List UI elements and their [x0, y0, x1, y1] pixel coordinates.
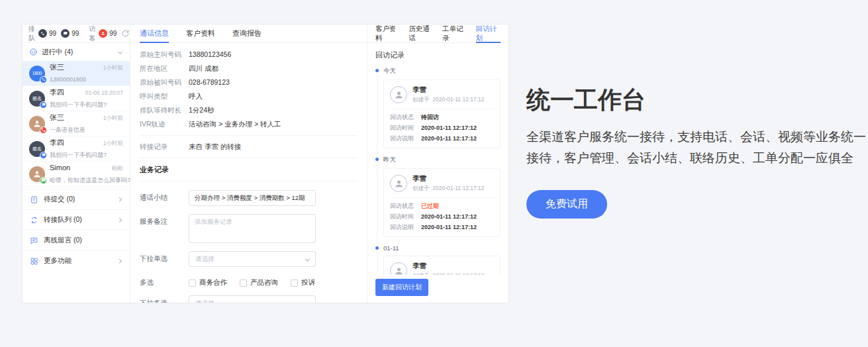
- phone-queue-icon: [38, 29, 47, 38]
- info-value: 1分24秒: [189, 106, 215, 115]
- tab-customer-profile[interactable]: 客户资料: [186, 25, 215, 42]
- timeline-group: 01-11 李雷 创建于 2020-01-11 12:17:12 回访状态已回访…: [383, 244, 501, 275]
- avatar: [29, 166, 45, 182]
- created-label: 创建于: [412, 96, 430, 103]
- tab-ticket-record[interactable]: 工单记录: [442, 25, 467, 42]
- person-avatar-icon: [390, 175, 407, 192]
- chat-list: 1800 张三1小时前 13800001800 匿名 李四01-06 15:20…: [23, 61, 130, 187]
- chat-name: Simon: [50, 164, 70, 172]
- wechat-channel-badge-icon: [40, 177, 47, 184]
- visit-card[interactable]: 李雷 创建于 2020-01-11 12:17:12 回访状态待回访 回访时间2…: [383, 79, 501, 148]
- visit-card-head: 李雷 创建于 2020-01-11 12:17:12: [390, 174, 494, 198]
- chat-item[interactable]: Simon刚刚 哈喽，你知道这是怎么回事吗?: [23, 162, 130, 187]
- chat-item[interactable]: 匿名 李四1小时前 我想问一下手机问题?: [23, 136, 130, 162]
- visitor-count: 99: [109, 30, 117, 37]
- status-value: 待回访: [421, 114, 439, 121]
- note-value: 2020-01-11 12:17:12: [421, 224, 477, 231]
- info-value: 四川 成都: [189, 64, 218, 73]
- sidebar-item-offline-message[interactable]: 离线留言 (0): [23, 230, 130, 250]
- smiley-session-icon: [29, 48, 38, 56]
- person-avatar-icon: [390, 262, 407, 275]
- timeline-dot: [375, 69, 379, 72]
- time-value: 2020-01-11 12:17:12: [421, 124, 477, 132]
- info-row: 原始主叫号码13880123456: [140, 50, 358, 59]
- form-label: 下拉多选: [140, 295, 189, 303]
- sidebar-item-transfer-queue[interactable]: 转接队列 (0): [23, 209, 130, 230]
- visit-record-title: 回访记录: [375, 50, 501, 60]
- tab-call-history[interactable]: 历史通话: [409, 25, 434, 42]
- chat-time: 1小时前: [103, 115, 123, 123]
- info-label: IVR轨迹: [140, 120, 189, 128]
- chat-item[interactable]: 匿名 李四01-06 15:20:07 我想问一下手机问题?: [23, 86, 130, 111]
- visit-created: 创建于 2020-01-11 12:17:12: [412, 96, 485, 104]
- chat-item[interactable]: 1800 张三1小时前 13800001800: [23, 61, 130, 86]
- clipboard-icon: [30, 195, 38, 204]
- chat-item[interactable]: 张三1小时前 一条语音信息: [23, 111, 130, 136]
- info-value: 呼入: [189, 92, 203, 101]
- visit-card-head: 李雷 创建于 2020-01-11 12:17:12: [390, 85, 494, 109]
- tab-customer-profile[interactable]: 客户资料: [375, 25, 401, 42]
- multi-select-dropdown[interactable]: 请选择: [189, 295, 316, 303]
- call-summary-input[interactable]: [189, 190, 316, 206]
- single-select-dropdown[interactable]: 请选择: [189, 251, 316, 267]
- avatar: 匿名: [29, 141, 45, 157]
- info-label: 呼叫类型: [140, 92, 189, 101]
- chat-preview: 我想问一下手机问题?: [50, 101, 107, 108]
- person-avatar-icon: [390, 86, 407, 103]
- chat-summary: 张三1小时前 一条语音信息: [50, 113, 123, 134]
- service-note-textarea[interactable]: [189, 214, 316, 243]
- visit-timeline: 今天 李雷 创建于 2020-01-11 12:17:12 回访状态待回访 回访…: [375, 67, 501, 275]
- checkbox-business-cooperation[interactable]: 商务合作: [189, 278, 227, 287]
- form-row-single-select: 下拉单选 请选择: [140, 251, 358, 267]
- checkbox-label: 商务合作: [199, 278, 227, 287]
- visit-card-head: 李雷 创建于 2020-01-11 12:17:12: [390, 262, 494, 275]
- chat-preview: 哈喽，你知道这是怎么回事吗?: [50, 177, 130, 183]
- new-visit-plan-button[interactable]: 新建回访计划: [375, 279, 428, 296]
- refresh-icon[interactable]: [121, 29, 130, 38]
- form-row-call-summary: 通话小结: [140, 190, 358, 206]
- checkbox-complaint[interactable]: 投诉: [291, 278, 315, 287]
- avatar: 匿名: [29, 91, 45, 107]
- visit-created: 创建于 2020-01-11 12:17:12: [412, 272, 485, 275]
- checkbox-product-inquiry[interactable]: 产品咨询: [240, 278, 278, 287]
- sidebar-item-label: 离线留言 (0): [44, 236, 82, 245]
- checkbox-label: 产品咨询: [250, 278, 278, 287]
- visit-card[interactable]: 李雷 创建于 2020-01-11 12:17:12 回访状态已回访 回访时间2…: [383, 256, 501, 275]
- visit-card-meta: 李雷 创建于 2020-01-11 12:17:12: [412, 262, 485, 275]
- info-label: 原始被叫号码: [140, 78, 189, 87]
- visit-note-line: 回访说明2020-01-11 12:17:12: [390, 135, 494, 142]
- tab-visit-plan[interactable]: 回访计划: [476, 25, 501, 42]
- free-trial-button[interactable]: 免费试用: [526, 190, 607, 219]
- chat-preview: 13800001800: [50, 76, 86, 83]
- timeline-group: 今天 李雷 创建于 2020-01-11 12:17:12 回访状态待回访 回访…: [383, 67, 501, 148]
- visit-card[interactable]: 李雷 创建于 2020-01-11 12:17:12 回访状态已过期 回访时间2…: [383, 168, 501, 237]
- customer-panel: 客户资料 历史通话 工单记录 回访计划 回访记录 今天 李雷 创建于 2020-…: [367, 25, 508, 303]
- visit-created: 创建于 2020-01-11 12:17:12: [412, 185, 485, 193]
- sidebar-item-pending-submit[interactable]: 待提交 (0): [23, 189, 130, 209]
- marketing-description: 全渠道客户服务统一接待，支持电话、会话、视频等业务统一接待，客户管理、会话小结、…: [526, 126, 868, 169]
- queue-status-bar: 排队 99 99 访客 99: [23, 25, 130, 43]
- visit-agent-name: 李雷: [412, 174, 485, 183]
- phone-queue-count: 99: [49, 30, 56, 37]
- note-value: 2020-01-11 12:17:12: [421, 135, 477, 142]
- info-value: 来自 李雷 的转接: [189, 142, 241, 151]
- visit-status-line: 回访状态待回访: [390, 114, 494, 121]
- info-value: 13880123456: [189, 50, 231, 59]
- tab-call-info[interactable]: 通话信息: [140, 25, 169, 42]
- visit-time-line: 回访时间2020-01-11 12:17:12: [390, 213, 494, 221]
- timeline-dot: [375, 158, 379, 161]
- select-placeholder: 请选择: [195, 255, 215, 264]
- field-label: 回访状态: [390, 203, 421, 210]
- grid-icon: [30, 257, 38, 266]
- chat-preview: 一条语音信息: [50, 126, 85, 133]
- form-label: 下拉单选: [140, 251, 189, 264]
- sidebar-item-more-features[interactable]: 更多功能: [23, 250, 130, 271]
- checkbox-label: 投诉: [301, 278, 315, 287]
- in-progress-section-header[interactable]: 进行中 (4): [23, 43, 130, 61]
- tab-query-report[interactable]: 查询报告: [232, 25, 262, 42]
- info-row: 所在地区四川 成都: [140, 64, 358, 73]
- visit-agent-name: 李雷: [412, 85, 485, 95]
- call-detail-tabs: 通话信息 客户资料 查询报告: [130, 25, 367, 43]
- timeline-date: 今天: [383, 67, 501, 75]
- sidebar-nav: 待提交 (0) 转接队列 (0) 离线留言 (0) 更多功能: [23, 189, 130, 271]
